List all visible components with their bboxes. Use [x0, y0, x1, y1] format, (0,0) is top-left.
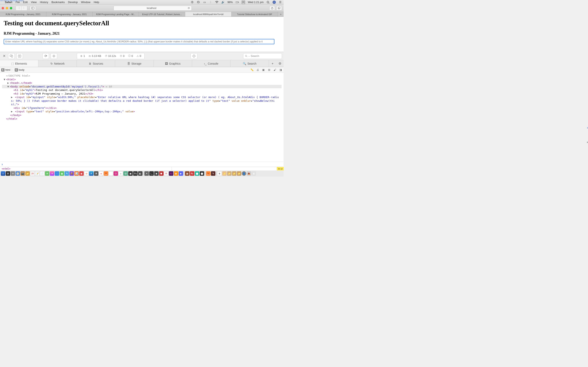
close-devtools-button[interactable]: ✕ [2, 53, 7, 59]
new-tab-button[interactable]: + [278, 12, 284, 17]
close-window-icon[interactable] [2, 7, 4, 9]
menu-history[interactable]: History [40, 1, 48, 4]
url-bar[interactable]: localhost ⟳ [113, 6, 191, 11]
dock-app[interactable]: 📊 [74, 171, 79, 176]
dock-app[interactable]: ⋯ [55, 171, 59, 176]
dock-app[interactable]: ✎ [65, 171, 69, 176]
dock-folder[interactable]: 🗎 [217, 171, 222, 176]
menu-help[interactable]: Help [94, 1, 99, 4]
selector-input[interactable] [4, 39, 274, 44]
add-tab-button[interactable]: + [269, 60, 276, 67]
tab-elements[interactable]: ⬚Elements [0, 60, 38, 67]
dock-app[interactable]: ⬢ [159, 171, 164, 176]
menu-edit[interactable]: Edit [23, 1, 27, 4]
download-button[interactable] [51, 53, 57, 59]
breadcrumb-html[interactable]: html [5, 68, 10, 71]
browser-tab[interactable]: RJM Programming - January, 2021 [0, 12, 46, 17]
device-toggle-button[interactable] [8, 53, 15, 59]
dock-app[interactable]: ◧ [138, 171, 143, 176]
tab-console[interactable]: ›_Console [192, 60, 231, 67]
notification-center-icon[interactable]: ☰ [279, 1, 282, 4]
console-prompt[interactable]: › [0, 162, 284, 167]
dock-app[interactable]: ⬤ [200, 171, 204, 176]
dock-folder[interactable]: 📁 [222, 171, 227, 176]
dock-app[interactable]: ▦ [185, 171, 190, 176]
dock-app[interactable]: ◉ [174, 171, 178, 176]
dock-folder[interactable]: 📁 [227, 171, 232, 176]
dock-app[interactable]: 📷 [20, 171, 25, 176]
dock-app-calendar[interactable]: 20 [30, 171, 35, 176]
dock-app[interactable]: 📦 [69, 171, 74, 176]
dock-app[interactable]: ⬤ [195, 171, 199, 176]
dock-app-terminal[interactable]: ›_ [149, 171, 154, 176]
paint-icon[interactable]: 🖌 [273, 68, 277, 71]
share-button[interactable] [269, 6, 275, 10]
dock-app[interactable]: ✎ [211, 171, 215, 176]
dock-app[interactable]: ✈ [11, 171, 15, 176]
dock-app[interactable]: ✦ [50, 171, 54, 176]
volume-icon[interactable]: 🔊 [221, 1, 225, 4]
menu-window[interactable]: Window [81, 1, 90, 4]
settings-button[interactable]: ⚙ [276, 60, 284, 67]
dock-folder[interactable]: 📁 [237, 171, 241, 176]
dock-app[interactable]: ⌂ [118, 171, 123, 176]
spotlight-icon[interactable] [267, 1, 270, 4]
forward-button[interactable]: 〉 [21, 6, 27, 10]
dock-app-filezilla[interactable]: Fz [190, 171, 194, 176]
dock-app[interactable]: O [113, 171, 118, 176]
minimize-window-icon[interactable] [6, 7, 8, 9]
dom-tree[interactable]: <!DOCTYPE html> ▼<html> ▶<head>…</head> … [0, 73, 284, 162]
siri-icon[interactable] [273, 1, 276, 4]
browser-tab[interactable]: Emoji UTF-16 Tutorial | Robert James... [139, 12, 185, 17]
browser-tab[interactable]: Tutorial Slideshow to Animated GIF [232, 12, 278, 17]
input-source-icon[interactable]: ⌨ [242, 1, 245, 4]
dock-app[interactable]: Ⓦ [123, 171, 128, 176]
dock-app[interactable]: ▶ [179, 171, 183, 176]
wifi-icon[interactable] [215, 1, 218, 4]
print-icon[interactable]: 🖨 [256, 68, 259, 71]
dock-folder-downloads[interactable]: 📥 [247, 171, 251, 176]
datetime[interactable]: Wed 1:21 pm [248, 1, 264, 4]
menu-develop[interactable]: Develop [68, 1, 78, 4]
tab-graphics[interactable]: 🖼Graphics [154, 60, 192, 67]
dock-app[interactable]: Ps [133, 171, 138, 176]
dock-app[interactable]: ✦ [144, 171, 149, 176]
dock-app[interactable]: ⚙ [6, 171, 10, 176]
fullscreen-window-icon[interactable] [10, 7, 12, 9]
dock-folder[interactable]: 👤 [242, 171, 246, 176]
tab-sources[interactable]: 🗎Sources [77, 60, 115, 67]
grid-icon[interactable]: ⊞ [267, 68, 271, 71]
reload-page-button[interactable]: ⟳ [43, 53, 49, 59]
dock-app[interactable]: 📁 [25, 171, 30, 176]
element-picker-button[interactable] [190, 53, 198, 59]
bluetooth-icon[interactable]: ᛒ [209, 1, 212, 4]
reload-icon[interactable]: ⟳ [188, 7, 190, 9]
back-button[interactable]: 〈 [16, 6, 21, 10]
browser-tab[interactable]: RJM Programming Landing Page - W... [93, 12, 139, 17]
dock-app[interactable]: ✉ [45, 171, 49, 176]
status-icon[interactable]: ⦿ [191, 1, 194, 4]
status-icon-m[interactable]: ⓜ [197, 1, 200, 4]
dock-toggle-button[interactable] [16, 53, 23, 59]
browser-tab[interactable]: RJM Programming - January, 2021 [46, 12, 93, 17]
show-tabs-button[interactable] [276, 6, 282, 10]
box-model-icon[interactable]: ▣ [261, 68, 265, 71]
dock-app[interactable]: ▣ [128, 171, 133, 176]
dock-app[interactable]: ⌘ [94, 171, 98, 176]
dock-app[interactable]: A [89, 171, 94, 176]
panel-right-icon[interactable]: ◨ [279, 68, 282, 71]
dock-app-xd[interactable]: Xd [169, 171, 173, 176]
dock-app[interactable]: 📝 [35, 171, 40, 176]
devtools-search[interactable]: ⌄ Search [243, 53, 282, 59]
menu-view[interactable]: View [31, 1, 37, 4]
dock-app-finder[interactable]: ☺ [1, 171, 5, 176]
dock-app-chrome[interactable]: ◉ [109, 171, 113, 176]
dock-app[interactable]: a [99, 171, 103, 176]
dock-app-firefox[interactable]: 🦊 [206, 171, 210, 176]
dock-app-firefox[interactable]: 🦊 [104, 171, 108, 176]
ruler-icon[interactable]: 📏 [250, 68, 254, 71]
menu-bookmarks[interactable]: Bookmarks [52, 1, 65, 4]
breadcrumb-body[interactable]: body [19, 68, 25, 71]
dock-trash[interactable]: 🗑 [251, 171, 256, 176]
tab-network[interactable]: ↻Network [38, 60, 77, 67]
